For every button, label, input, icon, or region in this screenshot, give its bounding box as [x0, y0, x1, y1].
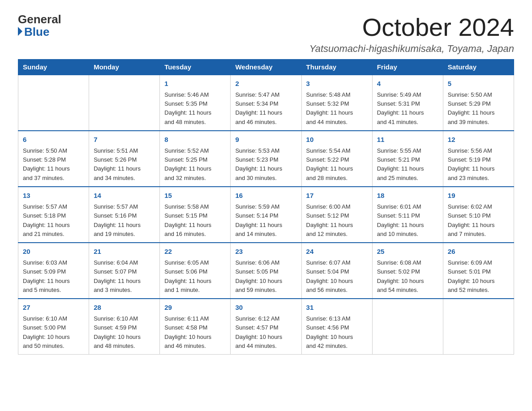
weekday-header-friday: Friday [372, 59, 443, 75]
title-block: October 2024 Yatsuomachi-higashikumisaka… [309, 13, 514, 55]
calendar-header: SundayMondayTuesdayWednesdayThursdayFrid… [18, 59, 514, 75]
page-header: General Blue October 2024 Yatsuomachi-hi… [18, 13, 514, 55]
month-title: October 2024 [309, 13, 514, 41]
day-info: Sunrise: 5:51 AMSunset: 5:26 PMDaylight:… [94, 146, 155, 183]
day-number: 25 [377, 247, 438, 257]
calendar-cell: 10Sunrise: 5:54 AMSunset: 5:22 PMDayligh… [301, 131, 372, 187]
day-info: Sunrise: 5:48 AMSunset: 5:32 PMDaylight:… [306, 90, 368, 127]
calendar-cell: 28Sunrise: 6:10 AMSunset: 4:59 PMDayligh… [89, 299, 160, 355]
day-number: 4 [377, 79, 438, 89]
day-info: Sunrise: 5:49 AMSunset: 5:31 PMDaylight:… [377, 90, 438, 127]
calendar-cell: 8Sunrise: 5:52 AMSunset: 5:25 PMDaylight… [160, 131, 231, 187]
calendar-cell: 18Sunrise: 6:01 AMSunset: 5:11 PMDayligh… [372, 187, 443, 243]
weekday-header-tuesday: Tuesday [160, 59, 231, 75]
calendar-cell: 14Sunrise: 5:57 AMSunset: 5:16 PMDayligh… [89, 187, 160, 243]
calendar-cell [443, 299, 514, 355]
calendar-body: 1Sunrise: 5:46 AMSunset: 5:35 PMDaylight… [18, 75, 514, 355]
day-info: Sunrise: 5:59 AMSunset: 5:14 PMDaylight:… [235, 202, 296, 239]
calendar-cell: 20Sunrise: 6:03 AMSunset: 5:09 PMDayligh… [18, 243, 89, 299]
day-info: Sunrise: 5:57 AMSunset: 5:18 PMDaylight:… [23, 202, 84, 239]
weekday-header-thursday: Thursday [301, 59, 372, 75]
day-info: Sunrise: 5:58 AMSunset: 5:15 PMDaylight:… [164, 202, 226, 239]
day-info: Sunrise: 5:55 AMSunset: 5:21 PMDaylight:… [377, 146, 438, 183]
calendar-cell: 4Sunrise: 5:49 AMSunset: 5:31 PMDaylight… [372, 75, 443, 131]
day-number: 26 [448, 247, 509, 257]
calendar-cell: 5Sunrise: 5:50 AMSunset: 5:29 PMDaylight… [443, 75, 514, 131]
logo: General Blue [18, 13, 61, 39]
calendar-cell: 26Sunrise: 6:09 AMSunset: 5:01 PMDayligh… [443, 243, 514, 299]
day-number: 10 [306, 135, 368, 145]
calendar-cell: 3Sunrise: 5:48 AMSunset: 5:32 PMDaylight… [301, 75, 372, 131]
day-number: 23 [235, 247, 296, 257]
calendar-cell: 29Sunrise: 6:11 AMSunset: 4:58 PMDayligh… [160, 299, 231, 355]
weekday-header-row: SundayMondayTuesdayWednesdayThursdayFrid… [18, 59, 514, 75]
day-number: 16 [235, 191, 296, 201]
day-info: Sunrise: 5:46 AMSunset: 5:35 PMDaylight:… [164, 90, 226, 127]
day-info: Sunrise: 6:03 AMSunset: 5:09 PMDaylight:… [23, 258, 84, 295]
day-number: 9 [235, 135, 296, 145]
day-info: Sunrise: 6:02 AMSunset: 5:10 PMDaylight:… [448, 202, 509, 239]
calendar-cell: 23Sunrise: 6:06 AMSunset: 5:05 PMDayligh… [231, 243, 301, 299]
calendar-week-row: 6Sunrise: 5:50 AMSunset: 5:28 PMDaylight… [18, 131, 514, 187]
day-number: 1 [164, 79, 226, 89]
day-info: Sunrise: 6:10 AMSunset: 4:59 PMDaylight:… [94, 314, 155, 351]
day-info: Sunrise: 5:53 AMSunset: 5:23 PMDaylight:… [235, 146, 296, 183]
day-info: Sunrise: 6:08 AMSunset: 5:02 PMDaylight:… [377, 258, 438, 295]
day-info: Sunrise: 6:11 AMSunset: 4:58 PMDaylight:… [164, 314, 226, 351]
calendar-cell: 17Sunrise: 6:00 AMSunset: 5:12 PMDayligh… [301, 187, 372, 243]
day-number: 14 [94, 191, 155, 201]
day-number: 29 [164, 303, 226, 313]
day-number: 20 [23, 247, 84, 257]
day-info: Sunrise: 5:57 AMSunset: 5:16 PMDaylight:… [94, 202, 155, 239]
calendar-cell: 2Sunrise: 5:47 AMSunset: 5:34 PMDaylight… [231, 75, 301, 131]
day-number: 2 [235, 79, 296, 89]
day-number: 8 [164, 135, 226, 145]
calendar-cell: 15Sunrise: 5:58 AMSunset: 5:15 PMDayligh… [160, 187, 231, 243]
day-number: 6 [23, 135, 84, 145]
weekday-header-sunday: Sunday [18, 59, 89, 75]
day-number: 21 [94, 247, 155, 257]
day-number: 15 [164, 191, 226, 201]
day-info: Sunrise: 6:13 AMSunset: 4:56 PMDaylight:… [306, 314, 368, 351]
calendar-week-row: 27Sunrise: 6:10 AMSunset: 5:00 PMDayligh… [18, 299, 514, 355]
day-info: Sunrise: 5:47 AMSunset: 5:34 PMDaylight:… [235, 90, 296, 127]
calendar-week-row: 20Sunrise: 6:03 AMSunset: 5:09 PMDayligh… [18, 243, 514, 299]
day-info: Sunrise: 6:09 AMSunset: 5:01 PMDaylight:… [448, 258, 509, 295]
day-info: Sunrise: 6:12 AMSunset: 4:57 PMDaylight:… [235, 314, 296, 351]
day-info: Sunrise: 6:05 AMSunset: 5:06 PMDaylight:… [164, 258, 226, 295]
day-info: Sunrise: 5:50 AMSunset: 5:29 PMDaylight:… [448, 90, 509, 127]
calendar-cell: 24Sunrise: 6:07 AMSunset: 5:04 PMDayligh… [301, 243, 372, 299]
calendar-week-row: 13Sunrise: 5:57 AMSunset: 5:18 PMDayligh… [18, 187, 514, 243]
location-title: Yatsuomachi-higashikumisaka, Toyama, Jap… [309, 43, 514, 55]
day-info: Sunrise: 5:50 AMSunset: 5:28 PMDaylight:… [23, 146, 84, 183]
calendar-cell: 25Sunrise: 6:08 AMSunset: 5:02 PMDayligh… [372, 243, 443, 299]
day-number: 11 [377, 135, 438, 145]
calendar-cell: 12Sunrise: 5:56 AMSunset: 5:19 PMDayligh… [443, 131, 514, 187]
day-info: Sunrise: 6:07 AMSunset: 5:04 PMDaylight:… [306, 258, 368, 295]
day-number: 12 [448, 135, 509, 145]
calendar-table: SundayMondayTuesdayWednesdayThursdayFrid… [18, 59, 514, 355]
day-info: Sunrise: 5:52 AMSunset: 5:25 PMDaylight:… [164, 146, 226, 183]
day-number: 7 [94, 135, 155, 145]
logo-general-text: General [18, 13, 61, 25]
day-number: 19 [448, 191, 509, 201]
logo-triangle-icon [18, 27, 22, 36]
day-info: Sunrise: 6:04 AMSunset: 5:07 PMDaylight:… [94, 258, 155, 295]
calendar-cell: 6Sunrise: 5:50 AMSunset: 5:28 PMDaylight… [18, 131, 89, 187]
day-info: Sunrise: 6:01 AMSunset: 5:11 PMDaylight:… [377, 202, 438, 239]
day-number: 5 [448, 79, 509, 89]
day-number: 31 [306, 303, 368, 313]
day-number: 17 [306, 191, 368, 201]
calendar-cell: 7Sunrise: 5:51 AMSunset: 5:26 PMDaylight… [89, 131, 160, 187]
day-info: Sunrise: 6:00 AMSunset: 5:12 PMDaylight:… [306, 202, 368, 239]
day-number: 24 [306, 247, 368, 257]
day-info: Sunrise: 6:10 AMSunset: 5:00 PMDaylight:… [23, 314, 84, 351]
weekday-header-monday: Monday [89, 59, 160, 75]
day-number: 13 [23, 191, 84, 201]
logo-blue-text: Blue [18, 25, 49, 39]
calendar-cell [18, 75, 89, 131]
day-info: Sunrise: 5:54 AMSunset: 5:22 PMDaylight:… [306, 146, 368, 183]
day-number: 18 [377, 191, 438, 201]
calendar-cell: 9Sunrise: 5:53 AMSunset: 5:23 PMDaylight… [231, 131, 301, 187]
calendar-cell: 27Sunrise: 6:10 AMSunset: 5:00 PMDayligh… [18, 299, 89, 355]
